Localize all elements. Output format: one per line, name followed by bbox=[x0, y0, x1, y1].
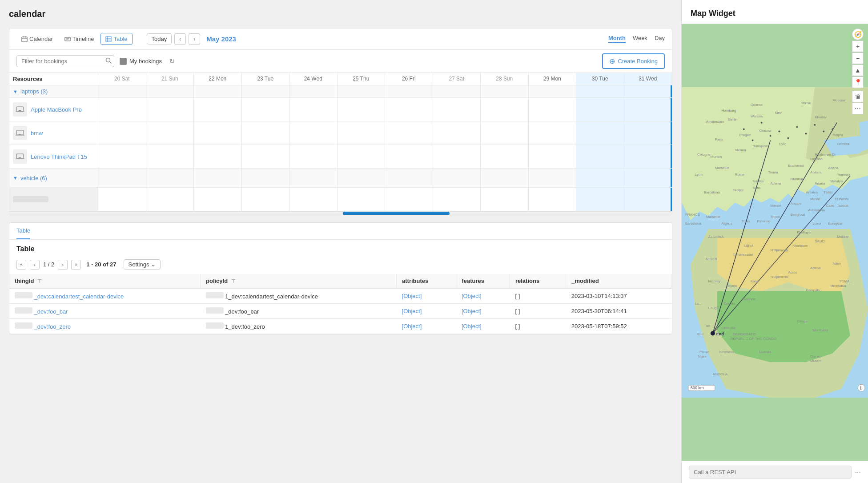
svg-text:Istanbul: Istanbul bbox=[790, 177, 803, 181]
calendar-grid: Resources 20 Sat 21 Sun 22 Mon 23 Tue 24… bbox=[9, 73, 672, 211]
svg-text:Tabouk: Tabouk bbox=[837, 204, 848, 208]
col-header-27: 27 Sat bbox=[433, 73, 481, 85]
group-cell bbox=[385, 85, 433, 97]
svg-rect-7 bbox=[106, 36, 111, 42]
svg-text:Ankara: Ankara bbox=[810, 170, 822, 174]
refresh-button[interactable]: ↻ bbox=[169, 57, 175, 65]
view-mode-day[interactable]: Day bbox=[655, 35, 665, 43]
res-cell-today-end bbox=[624, 188, 672, 211]
svg-text:ANGOLA: ANGOLA bbox=[713, 372, 728, 376]
svg-text:art: art bbox=[706, 324, 711, 328]
view-mode-tabs: Month Week Day bbox=[608, 35, 665, 43]
last-page-button[interactable]: » bbox=[71, 260, 81, 270]
res-cell-today bbox=[576, 145, 624, 168]
resource-cell-bmw: bmw bbox=[9, 121, 98, 145]
cell-thingid-0: _dev:calendartest_calendar-device bbox=[9, 288, 201, 304]
tilt-up-button[interactable]: ▲ bbox=[852, 64, 864, 76]
resource-cell-lenovo: Lenovo ThinkPad T15 bbox=[9, 145, 98, 168]
zoom-in-button[interactable]: + bbox=[852, 40, 864, 52]
res-cell bbox=[385, 98, 433, 121]
svg-text:Berlin: Berlin bbox=[728, 117, 737, 121]
my-bookings-toggle[interactable]: My bookings bbox=[120, 58, 162, 65]
svg-text:NIGER: NIGER bbox=[706, 257, 717, 261]
my-bookings-checkbox[interactable] bbox=[120, 58, 127, 65]
svg-text:Tamanrasset: Tamanrasset bbox=[733, 253, 753, 257]
features-badge-0: [Object] bbox=[462, 293, 482, 299]
res-cell-today bbox=[576, 121, 624, 145]
group-cell bbox=[194, 169, 242, 187]
svg-text:Rome: Rome bbox=[735, 173, 745, 177]
rest-api-more-button[interactable]: ··· bbox=[855, 468, 861, 476]
calendar-icon bbox=[21, 36, 28, 42]
create-booking-button[interactable]: ⊕ Create Booking bbox=[602, 53, 665, 69]
policyid-filter-icon[interactable]: ⊤ bbox=[231, 278, 236, 284]
right-panel: Map Widget bbox=[681, 0, 868, 483]
cell-features-0: [Object] bbox=[456, 288, 510, 304]
table-section-tab[interactable]: Table bbox=[16, 223, 30, 239]
svg-rect-0 bbox=[22, 37, 27, 42]
view-mode-week[interactable]: Week bbox=[633, 35, 647, 43]
thingid-link-0[interactable]: _dev:calendartest_calendar-device bbox=[34, 293, 124, 300]
calendar-scrollbar[interactable] bbox=[9, 211, 672, 215]
search-button[interactable] bbox=[105, 57, 112, 65]
next-month-button[interactable]: › bbox=[189, 33, 200, 45]
svg-text:Yerevan: Yerevan bbox=[837, 173, 850, 177]
options-button[interactable]: ⋯ bbox=[852, 103, 864, 114]
map-container[interactable]: End 500 km ℹ Hamburg Gdansk Minsk bbox=[682, 24, 868, 461]
calendar-toolbar: Calendar Timeline bbox=[9, 28, 672, 50]
svg-text:Enugu: Enugu bbox=[708, 306, 719, 310]
svg-text:Alexandria: Alexandria bbox=[808, 208, 825, 212]
tab-timeline-label: Timeline bbox=[72, 36, 94, 42]
group-cell bbox=[433, 169, 481, 187]
thingid-link-2[interactable]: _dev:foo_zero bbox=[34, 323, 71, 330]
svg-text:SOMA...: SOMA... bbox=[839, 279, 852, 283]
rest-api-input[interactable] bbox=[689, 466, 852, 479]
group-label-vehicle[interactable]: ▼ vehicle (6) bbox=[9, 169, 98, 187]
svg-text:Prague: Prague bbox=[739, 133, 751, 137]
group-cell bbox=[529, 85, 577, 97]
tab-table[interactable]: Table bbox=[100, 33, 132, 45]
zoom-out-button[interactable]: − bbox=[852, 52, 864, 64]
col-header-28: 28 Sun bbox=[481, 73, 529, 85]
today-button[interactable]: Today bbox=[147, 33, 172, 44]
col-header-20: 20 Sat bbox=[98, 73, 146, 85]
view-mode-month[interactable]: Month bbox=[608, 35, 626, 43]
svg-text:Aleppo: Aleppo bbox=[790, 201, 801, 205]
svg-text:Dnipro: Dnipro bbox=[832, 133, 843, 137]
group-cell bbox=[242, 85, 290, 97]
svg-text:Sofia: Sofia bbox=[753, 186, 761, 190]
filter-input[interactable] bbox=[16, 55, 114, 67]
tab-timeline[interactable]: Timeline bbox=[60, 33, 99, 45]
res-cell bbox=[338, 145, 386, 168]
svg-text:Paris: Paris bbox=[715, 137, 723, 141]
group-label-laptops[interactable]: ▼ laptops (3) bbox=[9, 85, 98, 97]
cell-relations-0: [ ] bbox=[510, 288, 566, 304]
group-cell bbox=[385, 169, 433, 187]
scrollbar-thumb[interactable] bbox=[343, 212, 450, 215]
first-page-button[interactable]: « bbox=[16, 260, 26, 270]
res-cell bbox=[98, 98, 146, 121]
prev-page-button[interactable]: ‹ bbox=[30, 260, 40, 270]
col-attributes: attributes bbox=[397, 274, 456, 288]
trash-button[interactable]: 🗑 bbox=[852, 91, 864, 102]
svg-text:Athens: Athens bbox=[771, 181, 782, 185]
resource-row-lenovo: Lenovo ThinkPad T15 bbox=[9, 145, 672, 169]
calendar-widget: Calendar Timeline bbox=[9, 28, 672, 215]
tab-calendar[interactable]: Calendar bbox=[16, 33, 58, 45]
svg-text:Tirana: Tirana bbox=[768, 170, 779, 174]
location-button[interactable]: 📍 bbox=[852, 76, 864, 88]
next-page-button[interactable]: › bbox=[58, 260, 68, 270]
compass-button[interactable]: 🧭 bbox=[852, 28, 864, 40]
svg-text:Khartoum: Khartoum bbox=[792, 244, 808, 248]
settings-button[interactable]: Settings ⌄ bbox=[124, 259, 161, 270]
res-cell bbox=[146, 98, 194, 121]
rest-api-bar: ··· bbox=[682, 461, 868, 483]
table-controls: « ‹ 1 / 2 › » 1 - 20 of 27 Settings ⌄ bbox=[9, 257, 672, 274]
group-cell bbox=[481, 85, 529, 97]
svg-text:Pointe: Pointe bbox=[699, 350, 710, 354]
prev-month-button[interactable]: ‹ bbox=[174, 33, 186, 45]
thingid-filter-icon[interactable]: ⊤ bbox=[37, 278, 42, 284]
res-cell bbox=[385, 145, 433, 168]
thingid-link-1[interactable]: _dev:foo_bar bbox=[34, 308, 68, 315]
res-cell bbox=[242, 98, 290, 121]
